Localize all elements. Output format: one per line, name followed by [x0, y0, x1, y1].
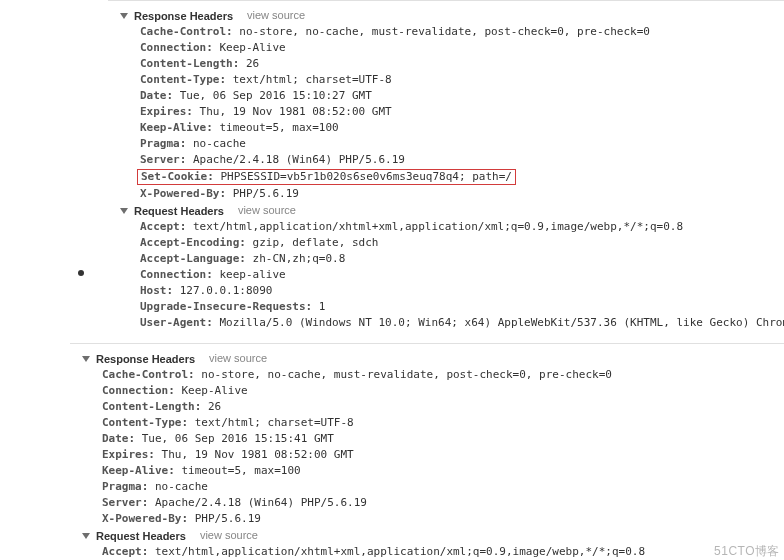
header-value: no-cache [193, 137, 246, 150]
view-source-link[interactable]: view source [200, 529, 258, 541]
request-headers-section[interactable]: Request Headers view source [120, 202, 784, 219]
header-row: User-Agent: Mozilla/5.0 (Windows NT 10.0… [120, 315, 784, 331]
header-row: Content-Length: 26 [120, 56, 784, 72]
header-value: text/html; charset=UTF-8 [233, 73, 392, 86]
header-row: X-Powered-By: PHP/5.6.19 [82, 511, 784, 527]
header-name: X-Powered-By: [102, 512, 188, 525]
header-name: Server: [102, 496, 148, 509]
header-row: X-Powered-By: PHP/5.6.19 [120, 186, 784, 202]
header-value: PHP/5.6.19 [195, 512, 261, 525]
view-source-link[interactable]: view source [238, 204, 296, 216]
header-row: Set-Cookie: PHPSESSID=vb5r1b020s6se0v6ms… [120, 168, 784, 186]
header-name: Date: [140, 89, 173, 102]
header-row: Pragma: no-cache [120, 136, 784, 152]
header-row: Keep-Alive: timeout=5, max=100 [82, 463, 784, 479]
view-source-link[interactable]: view source [209, 352, 267, 364]
header-name: Host: [140, 284, 173, 297]
header-value: text/html,application/xhtml+xml,applicat… [155, 545, 645, 558]
header-row: Expires: Thu, 19 Nov 1981 08:52:00 GMT [120, 104, 784, 120]
header-name: Accept: [102, 545, 148, 558]
header-value: keep-alive [219, 268, 285, 281]
header-name: Pragma: [140, 137, 186, 150]
header-value: Keep-Alive [219, 41, 285, 54]
header-row: Connection: keep-alive [120, 267, 784, 283]
header-value: Thu, 19 Nov 1981 08:52:00 GMT [162, 448, 354, 461]
section-title: Request Headers [96, 530, 186, 542]
header-name: Upgrade-Insecure-Requests: [140, 300, 312, 313]
header-value: Tue, 06 Sep 2016 15:15:41 GMT [142, 432, 334, 445]
header-row: Accept: text/html,application/xhtml+xml,… [120, 219, 784, 235]
response-headers-section[interactable]: Response Headers view source [82, 350, 784, 367]
header-name: Keep-Alive: [102, 464, 175, 477]
header-name: User-Agent: [140, 316, 213, 329]
header-row: Server: Apache/2.4.18 (Win64) PHP/5.6.19 [82, 495, 784, 511]
header-value: timeout=5, max=100 [219, 121, 338, 134]
header-name: Accept: [140, 220, 186, 233]
header-row: Content-Type: text/html; charset=UTF-8 [82, 415, 784, 431]
header-value: no-store, no-cache, must-revalidate, pos… [201, 368, 612, 381]
header-row: Pragma: no-cache [82, 479, 784, 495]
header-name: Content-Length: [140, 57, 239, 70]
triangle-down-icon [120, 208, 128, 214]
header-row: Content-Type: text/html; charset=UTF-8 [120, 72, 784, 88]
header-value: text/html,application/xhtml+xml,applicat… [193, 220, 683, 233]
header-name: Pragma: [102, 480, 148, 493]
header-name: Connection: [140, 41, 213, 54]
header-value: no-cache [155, 480, 208, 493]
header-row: Accept: text/html,application/xhtml+xml,… [82, 544, 784, 560]
header-name: Server: [140, 153, 186, 166]
header-name: Accept-Language: [140, 252, 246, 265]
header-name: Set-Cookie: [141, 170, 214, 183]
header-value: PHP/5.6.19 [233, 187, 299, 200]
header-value: 26 [246, 57, 259, 70]
header-row: Date: Tue, 06 Sep 2016 15:10:27 GMT [120, 88, 784, 104]
response-headers-section[interactable]: Response Headers view source [120, 7, 784, 24]
watermark-text: 51CTO博客 [714, 543, 780, 560]
header-name: Content-Type: [102, 416, 188, 429]
header-value: Tue, 06 Sep 2016 15:10:27 GMT [180, 89, 372, 102]
header-name: X-Powered-By: [140, 187, 226, 200]
header-value: Apache/2.4.18 (Win64) PHP/5.6.19 [193, 153, 405, 166]
view-source-link[interactable]: view source [247, 9, 305, 21]
response-headers-list: Cache-Control: no-store, no-cache, must-… [120, 24, 784, 202]
header-value: timeout=5, max=100 [181, 464, 300, 477]
header-name: Connection: [140, 268, 213, 281]
header-row: Connection: Keep-Alive [82, 383, 784, 399]
highlight-box: Set-Cookie: PHPSESSID=vb5r1b020s6se0v6ms… [137, 169, 516, 185]
header-row: Keep-Alive: timeout=5, max=100 [120, 120, 784, 136]
header-name: Date: [102, 432, 135, 445]
header-value: Keep-Alive [181, 384, 247, 397]
header-name: Content-Length: [102, 400, 201, 413]
section-title: Response Headers [96, 353, 195, 365]
header-row: Accept-Language: zh-CN,zh;q=0.8 [120, 251, 784, 267]
triangle-down-icon [120, 13, 128, 19]
request-headers-list: Accept: text/html,application/xhtml+xml,… [120, 219, 784, 331]
header-row: Accept-Encoding: gzip, deflate, sdch [120, 235, 784, 251]
bullet-icon [78, 270, 84, 276]
header-value: Mozilla/5.0 (Windows NT 10.0; Win64; x64… [219, 316, 784, 329]
header-name: Cache-Control: [102, 368, 195, 381]
header-row: Cache-Control: no-store, no-cache, must-… [82, 367, 784, 383]
response-headers-list: Cache-Control: no-store, no-cache, must-… [82, 367, 784, 527]
section-title: Response Headers [134, 10, 233, 22]
header-value: text/html; charset=UTF-8 [195, 416, 354, 429]
header-value: 26 [208, 400, 221, 413]
header-row: Host: 127.0.0.1:8090 [120, 283, 784, 299]
devtools-panel-2: Response Headers view source Cache-Contr… [70, 343, 784, 560]
header-value: gzip, deflate, sdch [253, 236, 379, 249]
header-name: Keep-Alive: [140, 121, 213, 134]
triangle-down-icon [82, 533, 90, 539]
header-value: no-store, no-cache, must-revalidate, pos… [239, 25, 650, 38]
header-value: Thu, 19 Nov 1981 08:52:00 GMT [200, 105, 392, 118]
header-name: Expires: [102, 448, 155, 461]
triangle-down-icon [82, 356, 90, 362]
header-value: 127.0.0.1:8090 [180, 284, 273, 297]
header-row: Cache-Control: no-store, no-cache, must-… [120, 24, 784, 40]
header-row: Content-Length: 26 [82, 399, 784, 415]
header-name: Expires: [140, 105, 193, 118]
header-value: zh-CN,zh;q=0.8 [253, 252, 346, 265]
header-row: Server: Apache/2.4.18 (Win64) PHP/5.6.19 [120, 152, 784, 168]
header-row: Connection: Keep-Alive [120, 40, 784, 56]
request-headers-section[interactable]: Request Headers view source [82, 527, 784, 544]
header-row: Date: Tue, 06 Sep 2016 15:15:41 GMT [82, 431, 784, 447]
